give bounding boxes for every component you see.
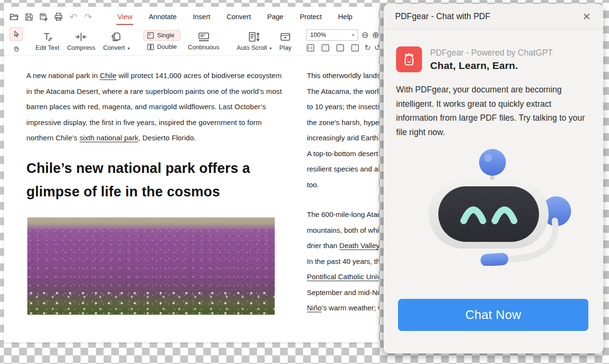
rotate-clockwise-icon[interactable]: ↻ <box>364 44 371 52</box>
chat-with-pdf-panel: PDFgear - Chat with PDF ✕ PDFgear - Powe… <box>384 4 603 353</box>
open-file-icon[interactable] <box>9 11 19 22</box>
menu-annotate[interactable]: Annotate <box>148 9 177 25</box>
document-link[interactable]: Chile <box>100 71 117 80</box>
zoom-out-icon[interactable]: ⊖ <box>362 31 369 39</box>
document-text-line: A top-to-bottom desert aud <box>307 146 379 162</box>
document-text-line: the zone’s harsh, hyper-ari <box>307 115 379 131</box>
brand-subtitle: Chat, Learn, Earn. <box>430 60 553 71</box>
document-link[interactable]: Niño <box>307 304 322 312</box>
fit-width-button[interactable] <box>335 43 346 53</box>
document-text-line: Niño’s warm weather; winte <box>307 300 379 316</box>
play-button[interactable]: Play <box>276 30 295 52</box>
pdfgear-robot-logo <box>396 46 422 72</box>
save-as-icon[interactable] <box>38 11 49 22</box>
rotate-counterclockwise-icon[interactable]: ↺ <box>374 44 379 52</box>
close-icon[interactable]: ✕ <box>580 11 593 23</box>
cropped-text-line: ​ <box>81 54 378 56</box>
chat-panel-title: PDFgear - Chat with PDF <box>395 11 490 22</box>
chevron-down-icon: ▾ <box>269 46 272 51</box>
chevron-down-icon: ▾ <box>128 46 130 51</box>
robot-mascot-icon <box>414 145 573 266</box>
zoom-level-dropdown[interactable]: 100%▾ <box>306 29 358 41</box>
document-link[interactable]: Pontifical Catholic Universi <box>307 273 379 281</box>
document-text-line: increasingly arid Earth, as w <box>307 130 379 146</box>
redo-icon[interactable]: ↷ <box>83 11 94 22</box>
auto-scroll-button[interactable]: Auto Scroll ▾ <box>233 30 276 52</box>
document-heading: Chile’s new national park offers a glimp… <box>26 157 266 204</box>
document-paragraph: A new national park in Chile will protec… <box>26 68 289 146</box>
document-text-line: too. <box>307 177 379 193</box>
top-toolbar: ↶ ↷ View Annotate Insert Convert Page Pr… <box>4 7 379 27</box>
document-text-line: resilient species and aid in c <box>307 161 379 177</box>
menu-bar: View Annotate Insert Convert Page Protec… <box>117 9 353 25</box>
fit-height-icon <box>352 45 359 51</box>
fit-width-icon <box>337 45 344 51</box>
robot-logo-icon <box>400 51 418 68</box>
document-link[interactable]: Death Valley <box>340 241 379 250</box>
fit-height-button[interactable] <box>350 43 361 53</box>
document-text-line: In the past 40 years, the At <box>307 254 379 270</box>
menu-help[interactable]: Help <box>337 9 353 25</box>
menu-insert[interactable]: Insert <box>192 9 211 25</box>
document-text-line: mountains, both of which b <box>307 223 379 239</box>
brand-row: PDFgear - Powered by ChatGPT Chat, Learn… <box>396 46 591 72</box>
save-icon[interactable] <box>23 11 34 22</box>
convert-button[interactable]: Convert ▾ <box>99 30 134 52</box>
quick-access-toolbar: ↶ ↷ <box>4 11 94 22</box>
document-left-column: A new national park in Chile will protec… <box>26 68 289 315</box>
document-text-line: Pontifical Catholic Universi <box>307 269 379 285</box>
right-column-paragraph-1: This otherworldly landscapThe Atacama, t… <box>307 68 379 193</box>
ribbon-toolbar: Edit Text Compress Convert ▾ <box>4 27 379 56</box>
hand-tool-button[interactable] <box>10 42 23 55</box>
actual-size-button[interactable] <box>305 43 316 53</box>
actual-size-icon <box>307 45 314 51</box>
auto-scroll-icon <box>249 33 255 41</box>
edit-text-icon <box>44 34 49 40</box>
zoom-in-icon[interactable]: ⊕ <box>372 31 379 39</box>
menu-page[interactable]: Page <box>266 9 284 25</box>
chat-panel-header: PDFgear - Chat with PDF ✕ <box>384 4 603 29</box>
cursor-icon <box>15 31 19 37</box>
brand-title: PDFgear - Powered by ChatGPT <box>430 48 553 58</box>
select-tool-button[interactable] <box>10 27 23 41</box>
document-text-line: The 600-mile-long Atacam <box>307 207 379 223</box>
continuous-button[interactable]: Continuous <box>184 31 223 52</box>
undo-icon[interactable]: ↶ <box>68 11 79 22</box>
double-page-button[interactable]: Double <box>143 42 180 52</box>
document-text-line: The Atacama, the world’s d <box>307 84 379 100</box>
document-text-line: This otherworldly landscap <box>307 68 379 84</box>
pdfgear-main-window: ↶ ↷ View Annotate Insert Convert Page Pr… <box>4 7 379 342</box>
chevron-down-icon: ▾ <box>352 33 354 37</box>
fit-page-button[interactable] <box>320 43 331 53</box>
convert-icon <box>115 33 120 40</box>
pdf-document-view[interactable]: ​ A new national park in Chile will prot… <box>4 56 379 342</box>
menu-protect[interactable]: Protect <box>299 9 323 25</box>
menu-view[interactable]: View <box>117 9 133 25</box>
chat-panel-description: With PDFgear, your document are becoming… <box>396 83 591 139</box>
continuous-icon <box>199 33 209 39</box>
menu-convert[interactable]: Convert <box>226 9 252 25</box>
chat-now-button[interactable]: Chat Now <box>398 299 588 331</box>
edit-text-button[interactable]: Edit Text <box>32 30 63 52</box>
fit-page-icon <box>322 45 329 51</box>
document-link[interactable]: sixth national park <box>80 134 139 142</box>
double-page-icon <box>147 44 150 50</box>
document-right-column: This otherworldly landscapThe Atacama, t… <box>307 68 379 316</box>
document-text-line: to 10 years; the insects and <box>307 99 379 115</box>
compress-button[interactable]: Compress <box>63 30 99 52</box>
hand-icon <box>15 46 18 49</box>
document-text-line: September and mid-Novem <box>307 285 379 301</box>
superbloom-photo <box>27 217 275 315</box>
single-page-button[interactable]: Single <box>143 30 180 41</box>
single-page-icon <box>148 32 153 38</box>
right-column-paragraph-2: The 600-mile-long Atacammountains, both … <box>307 207 379 316</box>
document-text-line: drier than Death Valley, and <box>307 238 379 254</box>
print-icon[interactable] <box>53 11 64 22</box>
robot-illustration <box>384 145 603 266</box>
